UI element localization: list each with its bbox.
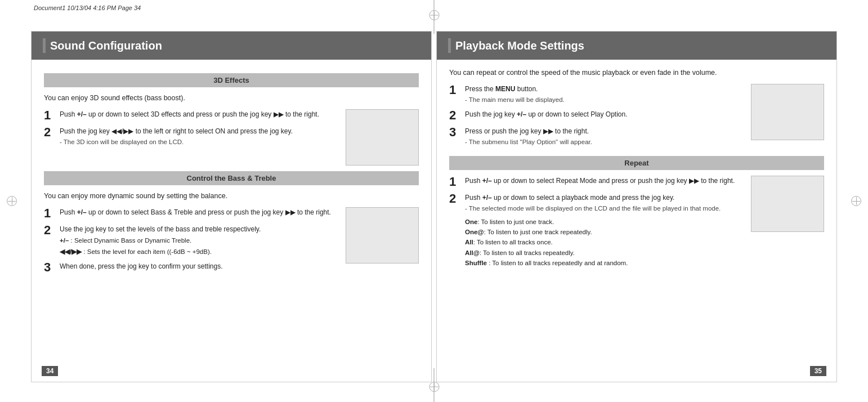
step-sub: - The main menu will be displayed. bbox=[465, 95, 565, 105]
right-intro-steps-container: 1 Press the MENU button. - The main menu… bbox=[449, 84, 824, 152]
right-title: Playback Mode Settings bbox=[455, 39, 584, 52]
step-sub-indent: +/– : Select Dynamic Bass or Dynamic Tre… bbox=[60, 236, 261, 245]
step-text: Press the MENU button. - The main menu w… bbox=[465, 84, 565, 105]
step-text: Push +/– up or down to select Bass & Tre… bbox=[60, 207, 331, 217]
left-section-header: Sound Configuration bbox=[32, 32, 431, 60]
3d-steps-col: 1 Push +/– up or down to select 3D effec… bbox=[44, 109, 340, 166]
image-placeholder-bass bbox=[346, 207, 419, 263]
image-placeholder-playback bbox=[751, 84, 824, 140]
page-right: Playback Mode Settings You can repeat or… bbox=[436, 31, 837, 382]
left-content: 3D Effects You can enjoy 3D sound effect… bbox=[32, 60, 431, 286]
bass-steps-list: 1 Push +/– up or down to select Bass & T… bbox=[44, 207, 340, 274]
step-text: Push the jog key +/– up or down to selec… bbox=[465, 109, 628, 119]
3d-intro: You can enjoy 3D sound effects (bass boo… bbox=[44, 93, 419, 104]
step-number: 2 bbox=[449, 193, 459, 205]
main-container: Sound Configuration 3D Effects You can e… bbox=[31, 31, 837, 382]
step-sub-indent: ◀◀/▶▶ : Sets the level for each item ((-… bbox=[60, 247, 261, 257]
page-number-right: 35 bbox=[810, 366, 826, 376]
repeat-steps-col: 1 Push +/– up or down to select Repeat M… bbox=[449, 176, 745, 273]
right-content: You can repeat or control the speed of t… bbox=[437, 60, 836, 280]
bass-steps-container: 1 Push +/– up or down to select Bass & T… bbox=[44, 207, 419, 279]
step-sub: - The submenu list "Play Option" will ap… bbox=[465, 137, 592, 147]
list-item: All: To listen to all tracks once. bbox=[465, 237, 721, 247]
3d-step-2: 2 Push the jog key ◀◀/▶▶ to the left or … bbox=[44, 126, 340, 147]
step-text: Push +/– up or down to select a playback… bbox=[465, 193, 721, 268]
repeat-steps-container: 1 Push +/– up or down to select Repeat M… bbox=[449, 176, 824, 273]
step-number: 2 bbox=[44, 126, 54, 139]
step-text: Use the jog key to set the levels of the… bbox=[60, 224, 261, 257]
header-accent-right bbox=[448, 38, 451, 53]
bass-steps-col: 1 Push +/– up or down to select Bass & T… bbox=[44, 207, 340, 279]
list-item: Shuffle : To listen to all tracks repeat… bbox=[465, 258, 721, 268]
bass-intro: You can enjoy more dynamic sound by sett… bbox=[44, 191, 419, 202]
intro-step-2: 2 Push the jog key +/– up or down to sel… bbox=[449, 109, 745, 122]
step-number: 1 bbox=[44, 207, 54, 220]
step-number: 2 bbox=[449, 109, 459, 122]
image-placeholder-repeat bbox=[751, 176, 824, 232]
step-number: 1 bbox=[44, 109, 54, 122]
repeat-step-1: 1 Push +/– up or down to select Repeat M… bbox=[449, 176, 745, 188]
right-intro-steps-col: 1 Press the MENU button. - The main menu… bbox=[449, 84, 745, 152]
bass-step-3: 3 When done, press the jog key to confir… bbox=[44, 261, 340, 274]
step-text: Push +/– up or down to select 3D effects… bbox=[60, 109, 319, 119]
image-placeholder-3d bbox=[346, 109, 419, 166]
list-item: All@: To listen to all tracks repeatedly… bbox=[465, 248, 721, 258]
crop-mark-top bbox=[434, 0, 435, 34]
document-header: Document1 10/13/04 4:16 PM Page 34 bbox=[34, 5, 141, 11]
repeat-steps-list: 1 Push +/– up or down to select Repeat M… bbox=[449, 176, 745, 268]
left-title: Sound Configuration bbox=[50, 39, 162, 52]
registration-mark-left bbox=[7, 196, 17, 206]
repeat-step-2: 2 Push +/– up or down to select a playba… bbox=[449, 193, 745, 268]
registration-mark-bottom bbox=[429, 382, 440, 392]
right-intro: You can repeat or control the speed of t… bbox=[449, 68, 824, 78]
step-number: 2 bbox=[44, 224, 54, 236]
3d-steps-container: 1 Push +/– up or down to select 3D effec… bbox=[44, 109, 419, 166]
3d-steps-list: 1 Push +/– up or down to select 3D effec… bbox=[44, 109, 340, 147]
page-left: Sound Configuration 3D Effects You can e… bbox=[31, 31, 432, 382]
subsection-bass-header: Control the Bass & Treble bbox=[44, 171, 419, 185]
header-accent-left bbox=[43, 38, 46, 53]
bass-step-1: 1 Push +/– up or down to select Bass & T… bbox=[44, 207, 340, 220]
step-sub: - The selected mode will be displayed on… bbox=[465, 204, 721, 213]
step-sub: - The 3D icon will be displayed on the L… bbox=[60, 137, 293, 147]
subsection-3d-header: 3D Effects bbox=[44, 73, 419, 87]
registration-mark-right bbox=[851, 196, 861, 206]
step-number: 3 bbox=[449, 126, 459, 139]
step-text: When done, press the jog key to confirm … bbox=[60, 261, 222, 271]
repeat-modes-list: One: To listen to just one track. One@: … bbox=[465, 217, 721, 269]
step-text: Push the jog key ◀◀/▶▶ to the left or ri… bbox=[60, 126, 293, 147]
list-item: One: To listen to just one track. bbox=[465, 217, 721, 227]
page-number-left: 34 bbox=[42, 366, 58, 376]
step-number: 1 bbox=[449, 84, 459, 96]
step-number: 1 bbox=[449, 176, 459, 188]
3d-step-1: 1 Push +/– up or down to select 3D effec… bbox=[44, 109, 340, 122]
right-section-header: Playback Mode Settings bbox=[437, 32, 836, 60]
step-text: Press or push the jog key ▶▶ to the righ… bbox=[465, 126, 592, 147]
registration-mark-top bbox=[429, 10, 440, 20]
intro-step-1: 1 Press the MENU button. - The main menu… bbox=[449, 84, 745, 105]
intro-step-3: 3 Press or push the jog key ▶▶ to the ri… bbox=[449, 126, 745, 147]
step-number: 3 bbox=[44, 261, 54, 274]
bass-step-2: 2 Use the jog key to set the levels of t… bbox=[44, 224, 340, 257]
step-text: Push +/– up or down to select Repeat Mod… bbox=[465, 176, 735, 186]
subsection-repeat-header: Repeat bbox=[449, 156, 824, 170]
list-item: One@: To listen to just one track repeat… bbox=[465, 227, 721, 237]
intro-steps-list: 1 Press the MENU button. - The main menu… bbox=[449, 84, 745, 148]
